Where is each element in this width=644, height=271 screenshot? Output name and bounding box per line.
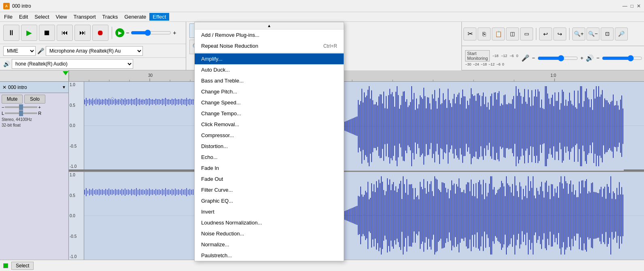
menu-item-change-speed[interactable]: Change Speed... xyxy=(195,97,344,108)
app-window: A 000 intro — □ ✕ File Edit Select View … xyxy=(0,0,644,271)
menu-item-graphic-eq[interactable]: Graphic EQ... xyxy=(195,195,344,206)
mic-minus[interactable]: − xyxy=(532,55,535,61)
svg-rect-138 xyxy=(142,189,143,195)
zoom-in-button[interactable]: 🔍+ xyxy=(572,28,585,40)
speaker-level-slider[interactable] xyxy=(602,55,642,61)
track-close-button[interactable]: ✕ xyxy=(2,85,6,90)
menu-item-paulstretch[interactable]: Paulstretch... xyxy=(195,250,344,261)
track-collapse-button[interactable] xyxy=(3,263,8,268)
zoom-selection-button[interactable]: 🔎 xyxy=(615,28,628,40)
svg-rect-154 xyxy=(168,189,169,195)
svg-rect-141 xyxy=(147,190,148,195)
output-device-select[interactable]: hone (Realtek(R) Audio) xyxy=(12,59,133,69)
maximize-button[interactable]: □ xyxy=(631,3,633,9)
menu-item-amplify[interactable]: Amplify... xyxy=(195,53,344,64)
menu-item-label: Fade In xyxy=(201,165,219,171)
paste-button[interactable]: 📋 xyxy=(492,28,505,40)
svg-rect-164 xyxy=(185,189,185,195)
menu-transport[interactable]: Transport xyxy=(70,13,99,21)
menu-generate[interactable]: Generate xyxy=(121,13,149,21)
svg-rect-28 xyxy=(91,100,91,104)
menu-item-normalize[interactable]: Normalize... xyxy=(195,239,344,250)
menu-item-echo[interactable]: Echo... xyxy=(195,152,344,163)
skip-start-button[interactable]: ⏮ xyxy=(57,25,73,41)
menu-item-loudness-normalization[interactable]: Loudness Normalization... xyxy=(195,217,344,228)
big-waveform-top xyxy=(343,82,624,171)
menu-item-bass-treble[interactable]: Bass and Treble... xyxy=(195,75,344,86)
svg-rect-25 xyxy=(86,98,87,106)
track-info: Stereo, 44100Hz32-bit float xyxy=(2,117,67,128)
menu-item-auto-duck[interactable]: Auto Duck... xyxy=(195,64,344,75)
track-dropdown-button[interactable]: ▼ xyxy=(62,85,66,89)
svg-rect-62 xyxy=(146,99,147,105)
menu-item-change-tempo[interactable]: Change Tempo... xyxy=(195,108,344,119)
pause-button[interactable]: ⏸ xyxy=(3,25,19,41)
zoom-fit-button[interactable]: ⊡ xyxy=(601,28,614,40)
menu-item-repeat-noise-reduction[interactable]: Repeat Noise Reduction Ctrl+R xyxy=(195,40,344,51)
redo-button[interactable]: ↪ xyxy=(553,28,566,40)
playspeed-plus[interactable]: + xyxy=(173,30,176,36)
playspeed-minus[interactable]: − xyxy=(126,30,129,36)
input-device-select[interactable]: Microphone Array (Realtek(R) Au xyxy=(46,46,143,56)
play-button[interactable]: ▶ xyxy=(21,25,37,41)
skip-end-button[interactable]: ⏭ xyxy=(74,25,91,41)
copy-button[interactable]: ⎘ xyxy=(478,28,491,40)
svg-rect-42 xyxy=(113,100,114,104)
select-status-button[interactable]: Select xyxy=(11,262,34,270)
menu-item-change-pitch[interactable]: Change Pitch... xyxy=(195,86,344,97)
menu-item-fade-out[interactable]: Fade Out xyxy=(195,174,344,184)
menu-item-noise-reduction[interactable]: Noise Reduction... xyxy=(195,228,344,239)
svg-rect-117 xyxy=(108,188,109,196)
menu-scroll-up[interactable]: ▲ xyxy=(195,22,344,30)
menu-item-label: Invert xyxy=(201,209,215,215)
trim-button[interactable]: ◫ xyxy=(506,28,519,40)
menu-item-distortion[interactable]: Distortion... xyxy=(195,141,344,152)
menu-item-label: Filter Curve... xyxy=(201,187,233,193)
pan-slider[interactable] xyxy=(5,112,37,114)
silence-button[interactable]: ▭ xyxy=(520,28,533,40)
menu-item-add-remove-plugins[interactable]: Add / Remove Plug-ins... xyxy=(195,30,344,40)
mic-plus[interactable]: + xyxy=(580,55,584,61)
mute-button[interactable]: Mute xyxy=(2,95,23,104)
playspeed-slider[interactable] xyxy=(131,30,171,36)
host-select[interactable]: MME xyxy=(3,46,36,56)
svg-rect-32 xyxy=(97,100,98,104)
menu-file[interactable]: File xyxy=(1,13,16,21)
menu-view[interactable]: View xyxy=(53,13,70,21)
menu-item-invert[interactable]: Invert xyxy=(195,206,344,217)
menu-effect[interactable]: Effect xyxy=(149,13,169,21)
playspeed-play-icon[interactable]: ▶ xyxy=(115,28,124,37)
menu-select[interactable]: Select xyxy=(31,13,52,21)
close-button[interactable]: ✕ xyxy=(637,3,641,9)
svg-rect-158 xyxy=(175,188,176,196)
svg-rect-157 xyxy=(173,190,174,195)
svg-rect-29 xyxy=(92,98,93,106)
svg-rect-81 xyxy=(176,100,177,104)
svg-rect-35 xyxy=(102,99,103,105)
cut-button[interactable]: ✂ xyxy=(463,28,476,40)
svg-rect-43 xyxy=(115,99,116,105)
zoom-out-button[interactable]: 🔍− xyxy=(587,28,599,40)
menu-item-click-removal[interactable]: Click Removal... xyxy=(195,119,344,130)
menu-item-compressor[interactable]: Compressor... xyxy=(195,130,344,141)
menu-tracks[interactable]: Tracks xyxy=(99,13,121,21)
gain-plus-icon[interactable]: + xyxy=(38,105,40,110)
gain-minus-icon[interactable]: − xyxy=(2,105,4,110)
menu-item-filter-curve[interactable]: Filter Curve... xyxy=(195,184,344,195)
speaker-minus[interactable]: − xyxy=(596,55,599,61)
solo-button[interactable]: Solo xyxy=(24,95,45,104)
undo-button[interactable]: ↩ xyxy=(539,28,552,40)
minimize-button[interactable]: — xyxy=(623,3,627,9)
gain-slider[interactable] xyxy=(5,106,37,108)
stop-button[interactable]: ⏹ xyxy=(39,25,55,41)
start-monitoring-label[interactable]: Start Monitoring xyxy=(465,50,490,61)
db-label-12b: −12 xyxy=(489,62,495,66)
svg-rect-66 xyxy=(152,99,153,105)
svg-rect-136 xyxy=(139,189,140,195)
menu-item-fade-in[interactable]: Fade In xyxy=(195,163,344,174)
title-bar: A 000 intro — □ ✕ xyxy=(0,0,644,12)
svg-rect-61 xyxy=(144,100,145,104)
record-button[interactable]: ⏺ xyxy=(92,25,108,41)
mic-level-slider[interactable] xyxy=(538,55,578,61)
menu-edit[interactable]: Edit xyxy=(16,13,31,21)
